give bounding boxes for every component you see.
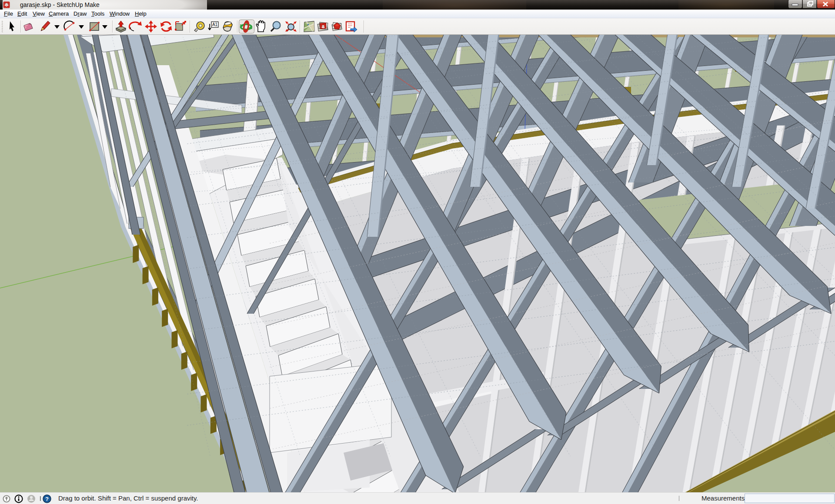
svg-text:A1: A1 [212,22,218,27]
svg-text:?: ? [45,496,49,502]
